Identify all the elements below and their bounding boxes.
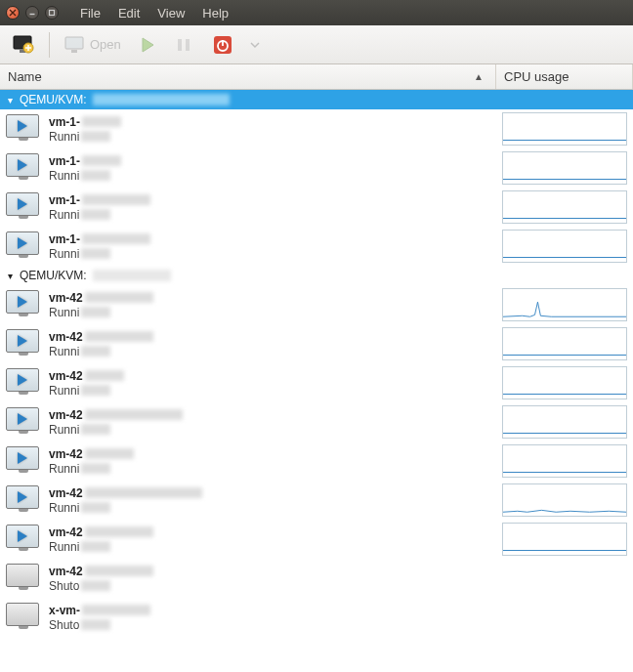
vm-status-icon — [6, 407, 41, 437]
vm-status-icon — [6, 153, 41, 183]
menu-help[interactable]: Help — [194, 4, 236, 22]
cpu-sparkline — [502, 405, 627, 439]
vm-row[interactable]: vm-42 Runni — [0, 441, 633, 481]
redacted-text — [85, 448, 134, 459]
window-titlebar: File Edit View Help — [0, 0, 633, 25]
vm-row[interactable]: vm-42 Shuto — [0, 559, 633, 598]
cpu-sparkline — [502, 327, 627, 360]
vm-name: vm-1- — [49, 154, 80, 168]
vm-row[interactable]: vm-42 Runni — [0, 481, 633, 520]
vm-status-icon — [6, 114, 41, 144]
window-buttons — [6, 6, 59, 20]
open-button-label: Open — [90, 37, 121, 52]
open-button[interactable]: Open — [58, 30, 128, 60]
cpu-sparkline — [502, 523, 627, 556]
vm-name: vm-1- — [49, 115, 80, 129]
vm-text: vm-1- Runni — [49, 154, 502, 183]
vm-state: Runni — [49, 247, 79, 261]
svg-rect-0 — [50, 11, 55, 16]
redacted-text — [81, 385, 110, 396]
connection-label: QEMU/KVM: — [20, 269, 87, 282]
pause-button[interactable] — [169, 30, 202, 60]
close-window-button[interactable] — [6, 6, 20, 20]
vm-text: vm-42 Shuto — [49, 565, 502, 593]
vm-row[interactable]: vm-1- Runni — [0, 109, 633, 148]
vm-status-icon — [6, 485, 41, 515]
cpu-sparkline — [502, 483, 627, 517]
maximize-window-button[interactable] — [45, 6, 59, 20]
play-icon — [139, 36, 156, 54]
vm-state: Shuto — [49, 579, 79, 593]
vm-status-icon — [6, 603, 41, 632]
redacted-text — [85, 370, 124, 381]
vm-name: vm-42 — [49, 486, 83, 500]
expander-icon[interactable]: ▾ — [4, 95, 16, 105]
redacted-text — [82, 233, 150, 244]
redacted-text — [85, 409, 183, 420]
cpu-sparkline — [502, 601, 627, 634]
shutdown-button[interactable] — [206, 30, 239, 60]
connection-row[interactable]: ▾ QEMU/KVM: — [0, 90, 633, 109]
vm-row[interactable]: vm-42 Runni — [0, 520, 633, 559]
redacted-text — [82, 194, 150, 205]
menu-view[interactable]: View — [149, 4, 192, 22]
column-header-cpu[interactable]: CPU usage — [496, 64, 633, 89]
redacted-text — [93, 270, 171, 281]
connection-row[interactable]: ▾ QEMU/KVM: — [0, 266, 633, 285]
vm-state: Runni — [49, 423, 79, 437]
vm-row[interactable]: vm-1- Runni — [0, 227, 633, 266]
vm-name: vm-42 — [49, 447, 83, 461]
menu-file[interactable]: File — [72, 4, 108, 22]
vm-text: vm-42 Runni — [49, 291, 502, 319]
vm-name: vm-42 — [49, 369, 83, 383]
redacted-text — [81, 502, 110, 513]
vm-name: vm-1- — [49, 232, 80, 246]
redacted-text — [85, 292, 153, 303]
vm-tree[interactable]: ▾ QEMU/KVM: vm-1- Runni — [0, 90, 633, 672]
svg-rect-6 — [178, 39, 182, 51]
sort-ascending-icon: ▲ — [474, 71, 484, 82]
vm-state: Runni — [49, 130, 79, 144]
redacted-text — [82, 605, 150, 615]
new-vm-button[interactable] — [6, 30, 41, 60]
run-button[interactable] — [132, 30, 165, 60]
vm-text: x-vm- Shuto — [49, 604, 502, 632]
menu-edit[interactable]: Edit — [110, 4, 148, 22]
shutdown-menu-button[interactable] — [243, 30, 276, 60]
cpu-sparkline — [502, 366, 627, 399]
vm-status-icon — [6, 231, 41, 261]
cpu-sparkline — [502, 562, 627, 595]
vm-status-icon — [6, 446, 41, 476]
vm-name: vm-42 — [49, 565, 83, 578]
pause-icon — [176, 37, 191, 53]
vm-row[interactable]: vm-1- Runni — [0, 188, 633, 227]
vm-text: vm-42 Runni — [49, 408, 502, 437]
vm-row[interactable]: vm-42 Runni — [0, 285, 633, 324]
svg-rect-5 — [71, 50, 77, 53]
vm-status-icon — [6, 329, 41, 358]
minimize-window-button[interactable] — [25, 6, 39, 20]
vm-name: vm-42 — [49, 525, 83, 539]
vm-text: vm-42 Runni — [49, 369, 502, 398]
expander-icon[interactable]: ▾ — [4, 271, 16, 281]
vm-name: vm-1- — [49, 193, 80, 207]
vm-state: Runni — [49, 540, 79, 554]
vm-row[interactable]: vm-42 Runni — [0, 363, 633, 402]
redacted-text — [82, 155, 121, 166]
vm-text: vm-1- Runni — [49, 193, 502, 222]
column-header-cpu-label: CPU usage — [504, 69, 569, 84]
vm-status-icon — [6, 564, 41, 593]
vm-row[interactable]: vm-1- Runni — [0, 148, 633, 188]
vm-state: Runni — [49, 384, 79, 398]
vm-state: Runni — [49, 306, 79, 319]
redacted-text — [85, 526, 153, 537]
column-header-name[interactable]: Name ▲ — [0, 64, 496, 89]
vm-row[interactable]: x-vm- Shuto — [0, 598, 633, 637]
vm-text: vm-42 Runni — [49, 330, 502, 358]
vm-state: Runni — [49, 208, 79, 222]
vm-row[interactable]: vm-42 Runni — [0, 324, 633, 363]
redacted-text — [81, 170, 110, 181]
vm-row[interactable]: vm-42 Runni — [0, 402, 633, 441]
vm-name: vm-42 — [49, 291, 83, 305]
redacted-text — [81, 580, 110, 591]
